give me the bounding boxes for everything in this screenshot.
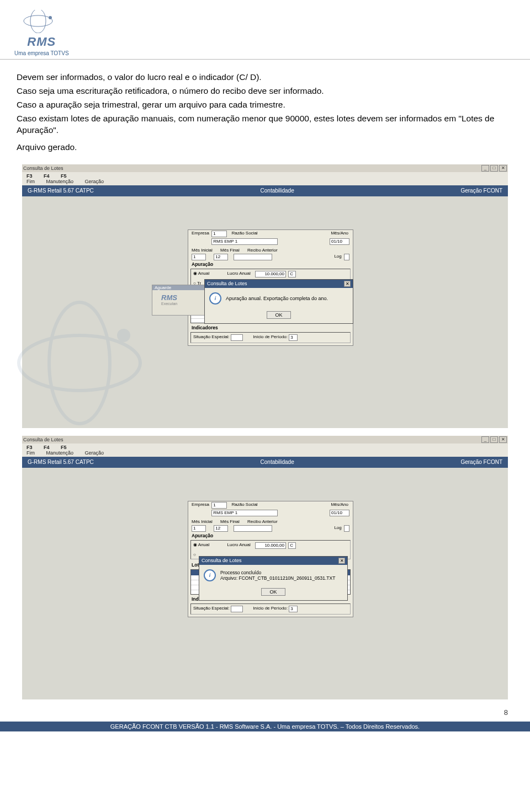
razao-field[interactable]: RMS EMP 1 (211, 238, 278, 245)
label-inicio: Início de Período: (253, 334, 288, 339)
indicador-field[interactable]: C (288, 542, 296, 549)
info-dialog-2: Consulta de Lotes ✕ i Processo concluído… (199, 556, 348, 601)
mesfin-field[interactable]: 12 (214, 254, 228, 260)
window-titlebar: Consulta de Lotes _ □ ✕ (22, 436, 508, 444)
mesini-field[interactable]: 1 (192, 525, 206, 532)
dialog-close-icon[interactable]: ✕ (344, 281, 351, 287)
ok-button[interactable]: OK (261, 588, 285, 596)
label-lucro: Lucro Anual (227, 271, 250, 276)
inicio-field[interactable]: 3 (289, 334, 298, 341)
svg-point-0 (24, 15, 52, 26)
label-razao: Razão Social (231, 502, 257, 507)
app-body: Empresa 1 Razão Social Mês/Ano RMS EMP 1… (22, 468, 508, 699)
label-razao: Razão Social (231, 231, 257, 236)
svg-point-4 (49, 302, 110, 424)
page-footer: 8 GERAÇÃO FCONT CTB VERSÃO 1.1 - RMS Sof… (0, 722, 530, 731)
menu-geracao[interactable]: Geração (85, 450, 104, 456)
radio-anual[interactable]: ◉ (193, 271, 198, 276)
group-apuracao: Apuração (188, 261, 353, 268)
minimize-icon[interactable]: _ (481, 436, 489, 443)
logo-subtitle: Uma empresa TOTVS (14, 50, 69, 56)
label-situacao: Situação Especial: (193, 606, 230, 611)
dialog-msg-1: Processo concluído (220, 570, 335, 575)
menu-f5: F5 (61, 173, 67, 179)
paragraph-2: Caso seja uma escrituração retificadora,… (17, 86, 513, 97)
close-icon[interactable]: ✕ (499, 165, 507, 172)
empresa-field[interactable]: 1 (211, 231, 227, 237)
menu-fim[interactable]: Fim (26, 179, 35, 184)
menu-manutencao[interactable]: Manutenção (46, 179, 74, 184)
menu-fim[interactable]: Fim (26, 450, 35, 456)
paragraph-3: Caso a apuração seja trimestral, gerar u… (17, 99, 513, 111)
menu-bar: F3 F4 F5 Fim Manutenção Geração (22, 444, 508, 457)
label-recibo: Recibo Anterior (247, 519, 278, 524)
label-mesano: Mês/Ano (331, 502, 348, 507)
svg-point-2 (49, 16, 52, 19)
logo: RMS Uma empresa TOTVS (14, 10, 69, 56)
mesano-field[interactable]: 01/10 (330, 238, 349, 245)
svg-point-1 (30, 10, 46, 33)
log-checkbox[interactable] (344, 254, 349, 260)
label-recibo: Recibo Anterior (247, 248, 278, 253)
maximize-icon[interactable]: □ (490, 436, 498, 443)
lucro-field[interactable]: 10.000,00 (255, 271, 286, 277)
indicador-field[interactable]: C (288, 271, 296, 277)
window-title: Consulta de Lotes (23, 165, 63, 171)
situacao-field[interactable] (231, 334, 243, 341)
label-mesfin: Mês Final (220, 519, 240, 524)
menu-manutencao[interactable]: Manutenção (46, 450, 74, 456)
svg-point-5 (117, 329, 130, 342)
svg-point-3 (19, 335, 140, 391)
situacao-field[interactable] (231, 606, 243, 612)
label-mesini: Mês Inicial (192, 248, 213, 253)
dialog-close-icon[interactable]: ✕ (338, 558, 345, 564)
label-log: Log (334, 254, 341, 259)
paragraph-1: Devem ser informados, o valor do lucro r… (17, 72, 513, 83)
blue-right: Geração FCONT (460, 459, 502, 465)
screenshot-2: Consulta de Lotes _ □ ✕ F3 F4 F5 Fim Man… (22, 436, 508, 699)
radio-trimestral[interactable]: ○ (193, 552, 196, 557)
lucro-field[interactable]: 10.000,00 (255, 542, 286, 549)
label-empresa: Empresa (192, 231, 209, 236)
empresa-field[interactable]: 1 (211, 502, 227, 509)
app-body: Aguarde RMS Executan Empresa 1 Razão Soc… (22, 196, 508, 428)
recibo-field[interactable] (234, 254, 272, 260)
blue-left: G-RMS Retail 5.67 CATPC (28, 459, 94, 465)
recibo-field[interactable] (234, 525, 272, 532)
label-situacao: Situação Especial: (193, 334, 230, 339)
minimize-icon[interactable]: _ (481, 165, 489, 172)
label-inicio: Início de Período: (253, 606, 288, 611)
ok-button[interactable]: OK (267, 311, 290, 319)
menu-f5: F5 (61, 445, 67, 450)
blue-center: Contabilidade (261, 188, 294, 194)
page-number: 8 (504, 708, 508, 717)
blue-bar: G-RMS Retail 5.67 CATPC Contabilidade Ge… (22, 185, 508, 196)
info-icon: i (204, 569, 216, 581)
logo-text: RMS (14, 35, 69, 49)
log-checkbox[interactable] (344, 525, 349, 532)
menu-f3: F3 (26, 445, 33, 450)
screenshot-1: Consulta de Lotes _ □ ✕ F3 F4 F5 Fim Man… (22, 164, 508, 428)
page-header: RMS Uma empresa TOTVS (0, 0, 530, 60)
blue-center: Contabilidade (261, 459, 294, 465)
info-icon: i (209, 292, 221, 304)
mesfin-field[interactable]: 12 (214, 525, 228, 532)
subhead: Arquivo gerado. (17, 142, 513, 153)
label-log: Log (334, 525, 341, 530)
mesano-field[interactable]: 01/10 (330, 510, 349, 516)
rms-logo-icon (19, 10, 63, 33)
razao-field[interactable]: RMS EMP 1 (211, 510, 278, 516)
maximize-icon[interactable]: □ (490, 165, 498, 172)
label-mesfin: Mês Final (220, 248, 240, 253)
menu-bar: F3 F4 F5 Fim Manutenção Geração (22, 172, 508, 185)
group-indicadores: Indicadores (188, 324, 353, 331)
radio-anual[interactable]: ◉ (193, 542, 198, 547)
menu-geracao[interactable]: Geração (85, 179, 104, 184)
indicadores-box: Situação Especial: Início de Período: 3 (190, 332, 351, 343)
inicio-field[interactable]: 3 (289, 606, 298, 612)
close-icon[interactable]: ✕ (499, 436, 507, 443)
info-dialog-1: Consulta de Lotes ✕ i Apuração anual. Ex… (204, 279, 353, 324)
mesini-field[interactable]: 1 (192, 254, 206, 260)
dialog-title: Consulta de Lotes (207, 281, 247, 287)
window-title: Consulta de Lotes (23, 437, 63, 442)
